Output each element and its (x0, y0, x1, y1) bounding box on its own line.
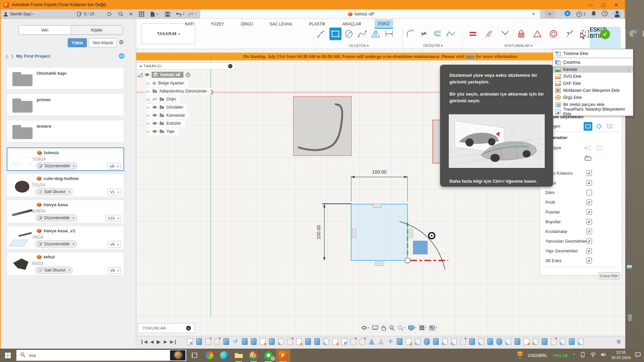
browser-item-gövdeler[interactable]: ▷Gövdeler (146, 104, 187, 111)
task-view-button[interactable] (187, 349, 202, 362)
checkbox-tuttur[interactable]: ✓ (586, 180, 592, 186)
spline-tool[interactable] (356, 27, 368, 40)
configure-table[interactable]: + (641, 27, 644, 40)
checkbox-dilim[interactable] (586, 190, 592, 195)
ribbon-tab-örgü[interactable]: ÖRGÜ (237, 19, 256, 29)
timeline-feature-sketch[interactable] (524, 338, 529, 345)
close-button[interactable]: ✕ (610, 0, 623, 9)
timeline-feature-x[interactable] (205, 338, 211, 345)
tab-close-icon[interactable]: ✕ (532, 11, 535, 16)
maximize-button[interactable]: ▢ (597, 0, 610, 9)
timeline-feature-gray[interactable] (415, 338, 421, 345)
step-back-button[interactable]: ◀ (150, 339, 154, 344)
desktop-picture-icon[interactable] (627, 265, 632, 269)
timeline-feature-sketch[interactable] (332, 338, 338, 345)
file-version-dropdown[interactable]: V8▾ (107, 163, 121, 170)
expander-icon[interactable]: ▷ (146, 122, 150, 125)
file-card[interactable]: havya kasa6/26/24Düzenlenebilir▾V15▾ (7, 200, 124, 223)
refresh-button[interactable] (107, 9, 112, 19)
browser-item-kanvaslar[interactable]: ▷Kanvaslar (146, 112, 189, 119)
group-label-constraints[interactable]: KISITLAMALAR ▾ (504, 44, 532, 48)
timeline-feature-solid[interactable] (269, 338, 275, 345)
user-menu[interactable]: Semih Saçi ▾ (3, 9, 34, 19)
timeline-feature-gray[interactable] (578, 338, 584, 345)
menu-item-svg-ekle[interactable]: SVG Ekle (553, 73, 633, 80)
phone-link-icon[interactable] (580, 352, 585, 359)
grid-snap-button[interactable]: ▾ (419, 325, 427, 330)
more-options-icon[interactable]: ⋮ (627, 67, 631, 72)
taskbar-chrome[interactable] (246, 349, 261, 362)
activate-radio-icon[interactable] (185, 72, 191, 77)
timeline-feature-solid[interactable] (314, 338, 320, 345)
collapse-icon[interactable]: ◂◂ (139, 64, 141, 68)
timeline-feature-gray[interactable] (478, 338, 484, 345)
browser-item-yapı[interactable]: ▷Yapı (146, 128, 179, 135)
file-version-dropdown[interactable]: V8▾ (108, 267, 121, 274)
display-settings-button[interactable]: ▾ (408, 325, 416, 330)
file-card[interactable]: teltut4/3/23Salt Okunur▾V8▾ (7, 252, 124, 276)
zoom-window-button[interactable]: ▾ (398, 325, 406, 331)
expander-icon[interactable]: ▷ (146, 81, 150, 85)
zoom-button[interactable]: ± (389, 325, 395, 331)
file-version-dropdown[interactable]: V15▾ (106, 215, 121, 222)
fix-constraint[interactable] (531, 27, 543, 40)
timeline-feature-x[interactable] (351, 338, 356, 345)
checkbox-yansıtılan-geometriler[interactable]: ✓ (586, 238, 592, 244)
wifi-icon[interactable] (590, 352, 596, 358)
job-status-button[interactable]: 1 (576, 11, 586, 17)
taskbar-explorer[interactable] (231, 349, 246, 362)
timeline-feature-x[interactable] (460, 338, 466, 345)
menu-item-dxf-ekle[interactable]: DXF Ekle (553, 80, 633, 87)
step-forward-button[interactable]: ▶ (164, 339, 167, 344)
recycle-bin-icon[interactable] (627, 314, 633, 321)
tab-kisiler[interactable]: Kişiler (71, 25, 123, 35)
file-access-dropdown[interactable]: Düzenlenebilir▾ (35, 214, 77, 222)
palette-finish-sketch-button[interactable]: Eskizi Bitir (599, 272, 620, 279)
pan-button[interactable] (381, 325, 386, 331)
menu-item-traceparts-tedarikçi-bileşenlerini-ekle[interactable]: TraceParts Tedarikçi Bileşenlerini Ekle (553, 108, 633, 115)
concentric-constraint[interactable] (547, 27, 559, 40)
new-tab-button[interactable]: + (545, 10, 555, 18)
tray-chevron-icon[interactable]: ⌃ (572, 353, 576, 358)
timeline-feature-x[interactable] (214, 338, 220, 345)
browser-item-adlandırılmış-görünümler[interactable]: ▷Adlandırılmış Görünümler (146, 87, 211, 95)
extensions-icon[interactable]: ✦ (564, 10, 571, 18)
ribbon-tab-yüzey[interactable]: YÜZEY (207, 19, 227, 29)
timeline-feature-x[interactable] (287, 338, 293, 345)
currency-coin-icon[interactable] (517, 351, 523, 360)
go-to-end-button[interactable]: ▶❙ (170, 339, 177, 344)
dimension-tool[interactable] (383, 27, 395, 40)
clock[interactable]: 12:35 20.07.2024 (611, 350, 631, 360)
timeline-feature-x[interactable] (551, 338, 556, 345)
canvas-image-1[interactable] (293, 96, 352, 156)
folder-card[interactable]: Otomatik kapı (7, 67, 124, 89)
play-button[interactable]: ▶ (157, 339, 161, 345)
checkbox-puanlar[interactable]: ✓ (586, 209, 592, 215)
finish-sketch-button[interactable]: ✓ ESKIZI BITIR ▾ (590, 27, 621, 48)
checkbox-kısıtlamalar[interactable]: ✓ (586, 229, 592, 234)
timeline-feature-solid[interactable] (397, 338, 402, 345)
eye-icon[interactable] (152, 128, 157, 134)
taskbar-fusion[interactable]: F (276, 349, 290, 362)
timeline-feature-solid[interactable] (487, 338, 493, 345)
help-button[interactable]: ? (602, 10, 608, 18)
taskbar-edge[interactable] (217, 349, 231, 362)
fillet-tool[interactable] (405, 27, 417, 40)
timeline-feature-solid[interactable] (469, 338, 475, 345)
eye-off-icon[interactable] (152, 96, 157, 102)
globe-icon[interactable]: 🌐 (118, 53, 125, 59)
taskbar-copilot[interactable] (202, 349, 217, 362)
orbit-button[interactable]: ▾ (361, 325, 369, 331)
group-label-create[interactable]: OLUŞTUR ▾ (316, 44, 402, 48)
checkbox-boyutlar[interactable]: ✓ (586, 219, 592, 225)
go-to-start-button[interactable]: ❙◀ (140, 339, 147, 344)
timeline-feature-gray[interactable] (278, 338, 284, 345)
expander-icon[interactable]: ▷ (146, 98, 150, 101)
linetype-centerline-option[interactable] (584, 143, 592, 152)
timeline-feature-gray[interactable] (533, 338, 538, 345)
menu-item-örgü-ekle[interactable]: Örgü Ekle (553, 94, 633, 101)
horizontal-vertical-constraint[interactable] (467, 27, 479, 40)
upload-button[interactable]: Yükle (68, 38, 87, 47)
timeline-feature-x[interactable] (360, 338, 365, 345)
browser-item-eskizler[interactable]: ▷Eskizler (146, 120, 185, 127)
